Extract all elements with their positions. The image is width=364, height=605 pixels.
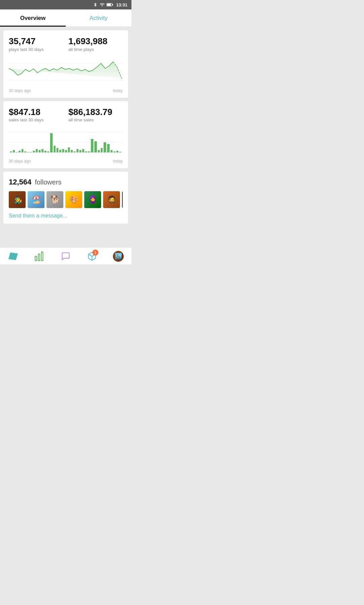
svg-rect-45 bbox=[116, 151, 118, 152]
svg-rect-25 bbox=[57, 148, 59, 152]
follower-avatar-2[interactable]: 🏖️ bbox=[28, 191, 44, 208]
svg-rect-39 bbox=[98, 150, 100, 152]
plays-stats-row: 35,747 plays last 30 days 1,693,988 all … bbox=[9, 36, 123, 52]
sales-alltime-value: $86,183.79 bbox=[68, 107, 123, 117]
spacer2 bbox=[3, 237, 128, 244]
follower-avatar-6[interactable]: 🧔 bbox=[103, 191, 120, 208]
bluetooth-icon bbox=[93, 2, 98, 7]
svg-rect-1 bbox=[112, 4, 113, 5]
svg-rect-24 bbox=[54, 146, 56, 152]
svg-rect-14 bbox=[24, 151, 26, 152]
svg-rect-48 bbox=[35, 256, 37, 261]
sales-stats-row: $847.18 sales last 30 days $86,183.79 al… bbox=[9, 107, 123, 123]
svg-rect-32 bbox=[77, 149, 79, 152]
svg-rect-29 bbox=[68, 147, 70, 152]
nav-messages[interactable] bbox=[53, 251, 79, 262]
svg-rect-12 bbox=[19, 151, 21, 152]
plays-chart bbox=[9, 57, 123, 87]
followers-label: followers bbox=[35, 178, 61, 186]
followers-card: 12,564 followers 👨‍🎤 🏖️ 🐕 🎨 🧕 🧔 bbox=[3, 172, 128, 224]
svg-rect-34 bbox=[82, 149, 84, 152]
svg-rect-37 bbox=[91, 139, 94, 152]
follower-avatar-3[interactable]: 🐕 bbox=[47, 191, 63, 208]
svg-rect-41 bbox=[103, 142, 106, 152]
main-content: 35,747 plays last 30 days 1,693,988 all … bbox=[0, 27, 131, 247]
svg-rect-10 bbox=[13, 150, 15, 152]
packages-badge: 1 bbox=[92, 250, 98, 256]
tab-activity[interactable]: Activity bbox=[66, 9, 131, 27]
follower-avatar-4[interactable]: 🎨 bbox=[65, 191, 82, 208]
sales-recent-label: sales last 30 days bbox=[9, 117, 63, 122]
nav-packages[interactable]: 1 bbox=[79, 251, 105, 262]
stats-icon bbox=[35, 252, 44, 261]
svg-rect-44 bbox=[114, 151, 116, 152]
tab-bar: Overview Activity bbox=[0, 9, 131, 27]
plays-x-end: today bbox=[113, 88, 123, 93]
svg-rect-11 bbox=[16, 152, 18, 152]
followers-header: 12,564 followers bbox=[9, 178, 123, 186]
plays-recent-value: 35,747 bbox=[9, 36, 63, 46]
plays-alltime-value: 1,693,988 bbox=[68, 36, 123, 46]
follower-avatar-7[interactable]: 👫 bbox=[122, 191, 123, 208]
followers-count: 12,564 bbox=[9, 178, 31, 186]
sales-alltime-label: all time sales bbox=[68, 117, 123, 122]
sales-alltime-stat: $86,183.79 all time sales bbox=[68, 107, 123, 123]
svg-rect-21 bbox=[44, 151, 47, 152]
sales-x-start: 30 days ago bbox=[9, 159, 31, 164]
svg-rect-28 bbox=[65, 150, 67, 152]
nav-brand[interactable] bbox=[0, 251, 26, 262]
sales-chart bbox=[9, 127, 123, 157]
svg-marker-47 bbox=[8, 253, 18, 260]
svg-rect-26 bbox=[59, 150, 61, 152]
brand-icon bbox=[8, 252, 18, 261]
svg-rect-23 bbox=[50, 133, 53, 152]
nav-stats[interactable] bbox=[26, 251, 53, 262]
plays-x-start: 30 days ago bbox=[9, 88, 31, 93]
svg-rect-16 bbox=[30, 152, 32, 152]
status-bar: 13:31 bbox=[0, 0, 131, 9]
bottom-nav: 1 🏙️ bbox=[0, 247, 131, 264]
sales-card: $847.18 sales last 30 days $86,183.79 al… bbox=[3, 101, 128, 169]
svg-rect-18 bbox=[36, 149, 38, 152]
clock: 13:31 bbox=[116, 2, 127, 7]
svg-rect-13 bbox=[22, 149, 24, 152]
plays-alltime-label: all time plays bbox=[68, 47, 123, 52]
svg-rect-49 bbox=[38, 254, 40, 261]
battery-icon bbox=[107, 3, 113, 7]
wifi-icon bbox=[99, 2, 105, 7]
svg-rect-35 bbox=[85, 151, 87, 152]
follower-avatar-1[interactable]: 👨‍🎤 bbox=[9, 191, 26, 208]
follower-avatars: 👨‍🎤 🏖️ 🐕 🎨 🧕 🧔 👫 bbox=[9, 191, 123, 208]
plays-recent-label: plays last 30 days bbox=[9, 47, 63, 52]
svg-rect-22 bbox=[47, 151, 49, 152]
svg-rect-40 bbox=[101, 148, 103, 152]
status-icons: 13:31 bbox=[93, 2, 127, 7]
svg-rect-50 bbox=[41, 252, 43, 261]
follower-avatar-5[interactable]: 🧕 bbox=[84, 191, 101, 208]
svg-rect-33 bbox=[80, 150, 82, 152]
nav-profile[interactable]: 🏙️ bbox=[105, 251, 131, 262]
svg-rect-46 bbox=[119, 152, 121, 152]
svg-rect-19 bbox=[39, 150, 41, 152]
profile-avatar: 🏙️ bbox=[113, 251, 124, 262]
tab-overview[interactable]: Overview bbox=[0, 9, 66, 27]
plays-chart-labels: 30 days ago today bbox=[9, 88, 123, 93]
sales-x-end: today bbox=[113, 159, 123, 164]
svg-rect-9 bbox=[10, 151, 12, 152]
messages-icon bbox=[61, 252, 70, 261]
send-message-link[interactable]: Send them a message... bbox=[9, 213, 123, 219]
svg-rect-30 bbox=[71, 150, 73, 152]
svg-rect-42 bbox=[107, 144, 110, 152]
svg-rect-43 bbox=[111, 150, 113, 152]
sales-recent-value: $847.18 bbox=[9, 107, 63, 117]
svg-rect-36 bbox=[88, 151, 90, 152]
svg-rect-27 bbox=[62, 149, 64, 152]
svg-rect-20 bbox=[41, 149, 43, 152]
svg-rect-2 bbox=[107, 4, 111, 6]
plays-alltime-stat: 1,693,988 all time plays bbox=[68, 36, 123, 52]
sales-chart-labels: 30 days ago today bbox=[9, 159, 123, 164]
svg-rect-38 bbox=[94, 141, 97, 152]
svg-rect-17 bbox=[33, 151, 35, 152]
svg-rect-15 bbox=[27, 152, 29, 152]
plays-card: 35,747 plays last 30 days 1,693,988 all … bbox=[3, 30, 128, 98]
